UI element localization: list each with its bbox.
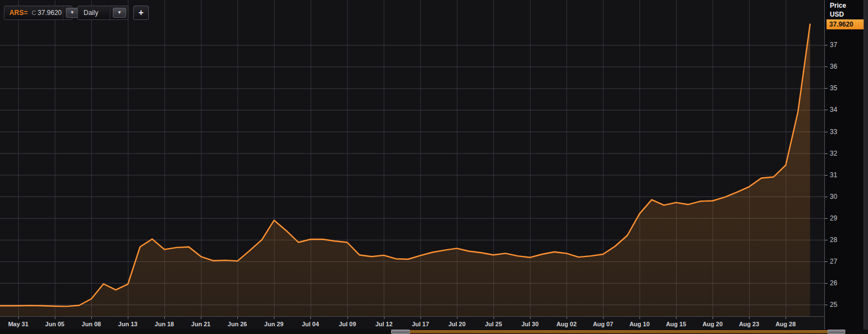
- scrollbar-left-handle[interactable]: [391, 330, 410, 334]
- x-tick-mark: [676, 317, 677, 319]
- y-tick-mark: [825, 197, 828, 197]
- symbol-label: ARS=: [4, 9, 28, 17]
- vertical-scrollbar[interactable]: [864, 0, 868, 330]
- x-tick-label: Aug 07: [593, 321, 614, 327]
- x-tick-mark: [713, 317, 713, 319]
- x-tick-mark: [201, 317, 201, 319]
- x-tick-label: Aug 28: [776, 321, 796, 327]
- y-tick-mark: [825, 218, 828, 219]
- y-tick-label: 26: [830, 279, 837, 287]
- x-tick-label: May 31: [8, 321, 29, 327]
- last-price-badge: 37.9620: [827, 19, 866, 29]
- x-tick-mark: [237, 317, 238, 319]
- y-tick-label: 35: [830, 84, 837, 92]
- interval-dropdown[interactable]: ▼: [109, 6, 128, 19]
- scrollbar-right-handle[interactable]: [828, 330, 845, 334]
- plus-icon: +: [138, 8, 143, 17]
- y-tick-mark: [825, 110, 828, 110]
- x-tick-mark: [55, 317, 55, 319]
- y-tick-label: 33: [830, 128, 837, 136]
- y-tick-label: 30: [830, 193, 837, 201]
- y-tick-label: 32: [830, 150, 837, 157]
- x-tick-label: Aug 23: [739, 321, 760, 327]
- y-tick-mark: [825, 305, 828, 305]
- x-tick-mark: [603, 317, 604, 319]
- x-tick-label: Aug 10: [630, 321, 650, 327]
- x-tick-mark: [384, 317, 384, 319]
- x-tick-label: Jul 20: [448, 321, 465, 327]
- x-tick-label: Jun 08: [82, 321, 101, 327]
- x-tick-label: Jul 09: [339, 321, 356, 327]
- x-tick-label: Aug 15: [666, 321, 687, 327]
- y-tick-label: 25: [830, 301, 837, 309]
- y-tick-label: 31: [830, 171, 837, 179]
- x-tick-label: Jun 29: [264, 321, 284, 327]
- y-tick-mark: [825, 261, 828, 262]
- x-tick-label: Jul 30: [521, 321, 538, 327]
- x-tick-label: Jun 18: [155, 321, 174, 327]
- y-tick-mark: [825, 240, 828, 240]
- x-tick-mark: [493, 317, 494, 319]
- x-tick-label: Jul 25: [485, 321, 502, 327]
- x-tick-mark: [640, 317, 640, 319]
- x-tick-label: Jul 17: [412, 321, 429, 327]
- x-tick-mark: [274, 317, 274, 319]
- x-tick-mark: [566, 317, 567, 319]
- y-tick-mark: [825, 283, 828, 284]
- area-fill: [0, 24, 810, 316]
- x-tick-mark: [457, 317, 458, 319]
- add-series-button[interactable]: +: [133, 6, 149, 20]
- axis-title-currency: USD: [830, 11, 844, 18]
- chevron-down-icon[interactable]: ▼: [66, 8, 79, 18]
- y-tick-mark: [825, 153, 828, 154]
- symbol-quote-control[interactable]: ARS= C 37.9620 ▼: [4, 6, 72, 20]
- price-chart-plot[interactable]: ARS= C 37.9620 ▼ Daily ▼ +: [0, 0, 824, 317]
- x-tick-label: Jun 13: [118, 321, 138, 327]
- x-tick-label: Aug 02: [557, 321, 577, 327]
- axis-title-price: Price: [830, 2, 846, 9]
- y-tick-label: 29: [830, 214, 837, 222]
- x-tick-mark: [749, 317, 750, 319]
- y-tick-mark: [825, 45, 828, 45]
- x-tick-mark: [420, 317, 421, 319]
- x-tick-label: Jun 26: [228, 321, 247, 327]
- price-axis-panel[interactable]: Price USD 37.9620 2526272829303132333435…: [824, 0, 868, 330]
- x-tick-mark: [18, 317, 19, 319]
- x-tick-label: Aug 20: [703, 321, 723, 327]
- y-tick-label: 34: [830, 106, 837, 114]
- y-tick-label: 37: [830, 41, 837, 49]
- x-tick-mark: [128, 317, 128, 319]
- x-tick-label: Jul 12: [375, 321, 392, 327]
- quote-price: 37.9620: [38, 9, 61, 17]
- chevron-down-icon[interactable]: ▼: [113, 8, 126, 18]
- time-scrollbar[interactable]: [0, 330, 868, 334]
- y-tick-mark: [825, 175, 828, 176]
- y-tick-mark: [825, 132, 828, 132]
- y-tick-label: 36: [830, 63, 837, 70]
- y-tick-mark: [825, 88, 828, 89]
- x-tick-mark: [164, 317, 165, 319]
- interval-label: Daily: [78, 9, 109, 17]
- x-tick-mark: [91, 317, 92, 319]
- time-axis[interactable]: May 31Jun 05Jun 08Jun 13Jun 18Jun 21Jun …: [0, 317, 824, 330]
- x-tick-mark: [347, 317, 348, 319]
- y-tick-label: 28: [830, 236, 837, 244]
- charting-app: ARS= C 37.9620 ▼ Daily ▼ + Price USD 37.…: [0, 0, 868, 334]
- y-tick-mark: [825, 66, 828, 67]
- x-tick-label: Jun 05: [45, 321, 65, 327]
- x-tick-label: Jul 04: [302, 321, 319, 327]
- scrollbar-range-bar[interactable]: [410, 330, 828, 333]
- price-line-chart[interactable]: [0, 0, 824, 317]
- interval-select-control[interactable]: Daily ▼: [77, 6, 128, 20]
- y-tick-label: 27: [830, 258, 837, 265]
- x-tick-mark: [786, 317, 786, 319]
- x-tick-mark: [310, 317, 311, 319]
- x-tick-mark: [530, 317, 531, 319]
- x-tick-label: Jun 21: [191, 321, 211, 327]
- quote-flag: C: [32, 9, 36, 16]
